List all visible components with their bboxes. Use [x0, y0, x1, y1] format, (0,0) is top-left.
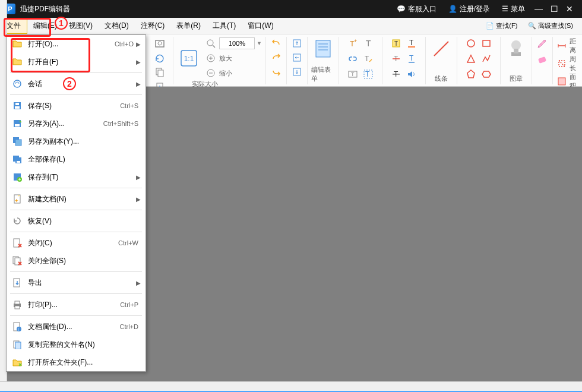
dropdown-item-saveto[interactable]: 保存到(T)▶	[7, 168, 146, 186]
circle-icon[interactable]	[464, 37, 477, 50]
dropdown-item-folder[interactable]: 打开自(F)▶	[7, 53, 146, 71]
hexagon-icon[interactable]	[480, 68, 493, 81]
edit-form-label: 编辑表单	[311, 65, 335, 84]
menu-button[interactable]: ☰ 菜单	[502, 4, 525, 14]
chevron-right-icon: ▶	[136, 41, 141, 48]
sound-icon[interactable]	[405, 68, 418, 81]
svg-rect-53	[15, 103, 19, 105]
svg-point-40	[467, 40, 475, 47]
pentagon-icon[interactable]	[464, 68, 477, 81]
text-strike-icon[interactable]: T	[390, 68, 403, 81]
menu-comment[interactable]: 注释(C)	[135, 18, 171, 34]
zoom-in-icon[interactable]	[204, 52, 217, 65]
dropdown-item-label: 导出	[28, 278, 134, 288]
export-icon	[11, 277, 23, 289]
svg-text:+: +	[354, 38, 357, 44]
menu-view[interactable]: 视图(V)	[63, 18, 99, 34]
menu-edit[interactable]: 编辑(E)	[27, 18, 63, 34]
minimize-button[interactable]: —	[531, 4, 546, 14]
lines-button[interactable]	[429, 37, 453, 61]
find-button[interactable]: 📄 查找(F)	[482, 20, 521, 32]
actual-size-button[interactable]: 1:1	[177, 46, 201, 70]
dropdown-item-export[interactable]: 导出▶	[7, 274, 146, 292]
page-left-icon[interactable]	[290, 51, 303, 64]
pencil-icon[interactable]	[536, 37, 549, 50]
dropdown-item-folder[interactable]: 打开(O)...Ctrl+O▶	[7, 35, 146, 53]
advanced-find-button[interactable]: 🔍 高级查找(S)	[524, 20, 577, 32]
polyline-icon[interactable]	[480, 52, 493, 65]
zoom-input[interactable]	[219, 37, 255, 49]
svg-rect-68	[14, 279, 20, 287]
nav-group	[266, 37, 287, 84]
clipboard-group	[146, 37, 173, 84]
svg-line-39	[434, 42, 448, 56]
dropdown-item-session[interactable]: 会话▶	[7, 75, 146, 93]
underline-icon[interactable]: T	[405, 52, 418, 65]
menu-tool[interactable]: 工具(T)	[207, 18, 242, 34]
add-text-icon[interactable]: T+	[346, 37, 359, 50]
link-icon[interactable]	[346, 52, 359, 65]
close-window-button[interactable]: ✕	[562, 4, 577, 14]
svg-point-7	[207, 40, 213, 46]
chevron-down-icon[interactable]: ▼	[257, 40, 262, 46]
svg-point-42	[511, 40, 521, 50]
distance-icon[interactable]	[556, 39, 567, 52]
svg-rect-60	[17, 161, 20, 163]
strikeout-icon[interactable]: T	[390, 52, 403, 65]
svg-text:T: T	[365, 55, 369, 63]
menu-document[interactable]: 文档(D)	[99, 18, 135, 34]
highlight-group: T T T T T	[382, 37, 426, 84]
maximize-button[interactable]: ☐	[546, 4, 562, 14]
text-box-icon[interactable]: T	[346, 68, 359, 81]
dropdown-item-newdoc[interactable]: ✦新建文档(N)▶	[7, 190, 146, 208]
eraser-group	[532, 37, 553, 84]
login-button[interactable]: 👤 注册/登录	[448, 4, 490, 14]
dropdown-item-print[interactable]: 打印(P)...Ctrl+P	[7, 296, 146, 314]
chevron-right-icon: ▶	[136, 174, 141, 181]
dropdown-item-save[interactable]: 保存(S)Ctrl+S	[7, 97, 146, 115]
zoom-out-icon[interactable]	[204, 67, 217, 80]
perimeter-icon[interactable]	[556, 57, 567, 70]
highlight-icon[interactable]: T	[390, 37, 403, 50]
text-select-icon[interactable]: T	[362, 68, 375, 81]
dropdown-item-saveall[interactable]: 全部保存(L)	[7, 150, 146, 168]
dropdown-item-props[interactable]: i文档属性(D)...Ctrl+D	[7, 318, 146, 336]
redo2-icon[interactable]	[270, 65, 283, 78]
text-edit-icon[interactable]: T	[362, 52, 375, 65]
dropdown-item-savecopy[interactable]: 另存为副本(Y)...	[7, 132, 146, 150]
page-up-icon[interactable]	[290, 37, 303, 50]
triangle-icon[interactable]	[464, 52, 477, 65]
dropdown-separator	[10, 232, 142, 232]
undo-icon[interactable]	[270, 37, 283, 50]
dropdown-item-label: 复制完整的文件名(N)	[28, 340, 138, 350]
lines-group: 线条	[426, 37, 457, 84]
hamburger-icon: ☰	[502, 5, 508, 13]
dropdown-item-closeall[interactable]: 关闭全部(S)	[7, 252, 146, 270]
dropdown-item-close[interactable]: 关闭(C)Ctrl+W	[7, 234, 146, 252]
menu-form[interactable]: 表单(R)	[170, 18, 207, 34]
dropdown-item-revert[interactable]: 恢复(V)	[7, 212, 146, 230]
customer-service-button[interactable]: 💬 客服入口	[397, 4, 436, 14]
dropdown-item-saveas[interactable]: 另存为(A)...Ctrl+Shift+S	[7, 115, 146, 132]
stamp-group: 图章	[501, 37, 532, 84]
snapshot-icon[interactable]	[153, 37, 166, 50]
dropdown-item-copyname[interactable]: 复制完整的文件名(N)	[7, 336, 146, 353]
chevron-right-icon: ▶	[136, 59, 141, 65]
edit-form-button[interactable]	[311, 37, 335, 61]
rect-icon[interactable]	[480, 37, 493, 50]
menu-window[interactable]: 窗口(W)	[242, 18, 279, 34]
text-color-icon[interactable]: T	[405, 37, 418, 50]
stamp-button[interactable]	[504, 37, 528, 61]
zoom-dropdown-icon[interactable]	[204, 37, 217, 50]
eraser-icon[interactable]	[536, 52, 549, 65]
refresh-icon[interactable]	[153, 52, 166, 65]
dropdown-separator	[10, 293, 142, 294]
page-down-icon[interactable]	[290, 65, 303, 78]
area-icon[interactable]	[556, 75, 567, 88]
copy-icon[interactable]	[153, 65, 166, 78]
redo-icon[interactable]	[270, 51, 283, 64]
dropdown-item-openloc[interactable]: 打开所在文件夹(F)...	[7, 353, 146, 371]
text-tool-icon[interactable]: T	[362, 37, 375, 50]
copyname-icon	[11, 339, 23, 350]
page-nav-group	[287, 37, 308, 84]
